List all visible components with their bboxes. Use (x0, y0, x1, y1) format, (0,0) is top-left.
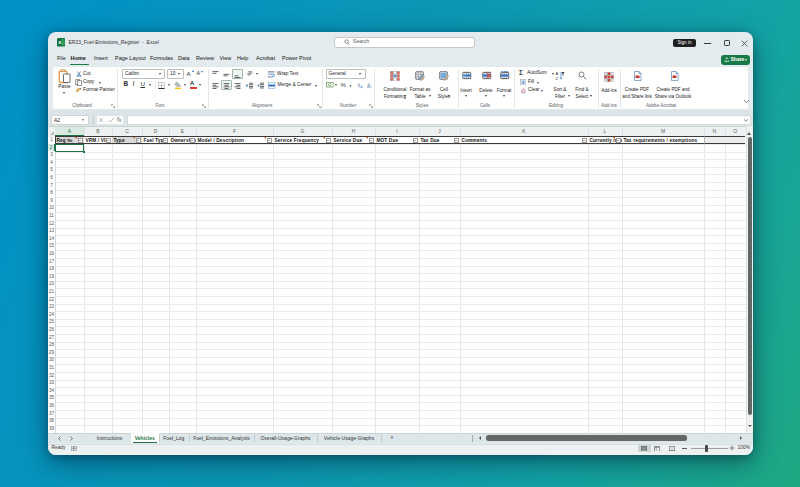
svg-text:.0: .0 (357, 83, 360, 87)
svg-text:A: A (556, 71, 559, 76)
svg-text:Z: Z (556, 76, 559, 81)
